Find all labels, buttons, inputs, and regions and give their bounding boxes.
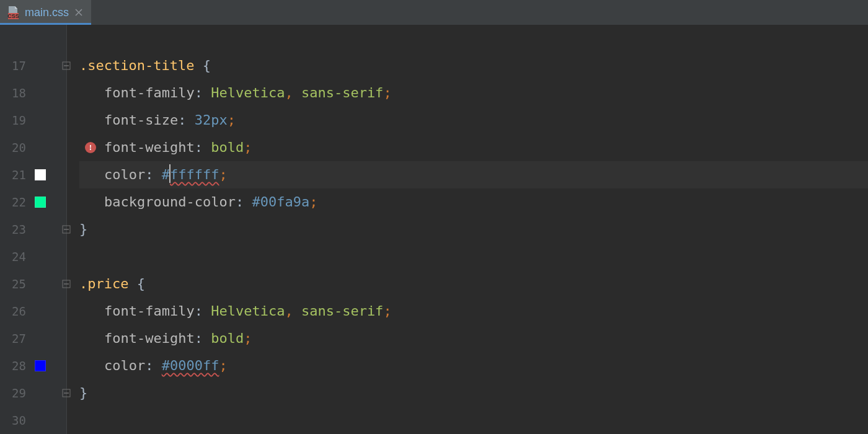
code-line[interactable]: font-weight: bold;: [79, 134, 868, 161]
code-line[interactable]: font-family: Helvetica, sans-serif;: [79, 79, 868, 107]
code-area[interactable]: .section-title { font-family: Helvetica,…: [67, 25, 868, 434]
code-line[interactable]: [79, 25, 868, 52]
code-line[interactable]: [79, 407, 868, 434]
line-number: 19: [0, 107, 31, 134]
gutter: 17 18 19 20 ! 21 22 23 24 25 26 27 28 29…: [0, 25, 67, 434]
line-number: 17: [0, 52, 31, 79]
color-swatch[interactable]: [35, 360, 46, 371]
svg-text:CSS: CSS: [7, 13, 19, 19]
line-number: 28: [0, 352, 31, 379]
code-line[interactable]: .price {: [79, 270, 868, 298]
line-number: 22: [0, 188, 31, 216]
code-line[interactable]: .section-title {: [79, 52, 868, 79]
code-line[interactable]: font-family: Helvetica, sans-serif;: [79, 298, 868, 325]
code-line[interactable]: }: [79, 216, 868, 243]
line-number: 26: [0, 298, 31, 325]
code-line[interactable]: background-color: #00fa9a;: [79, 188, 868, 216]
code-line[interactable]: font-weight: bold;: [79, 325, 868, 352]
code-line[interactable]: font-size: 32px;: [79, 107, 868, 134]
tab-filename: main.css: [25, 6, 69, 19]
line-number: 29: [0, 379, 31, 407]
line-number: 23: [0, 216, 31, 243]
color-swatch[interactable]: [35, 197, 46, 208]
code-line[interactable]: color: #0000ff;: [79, 352, 868, 379]
line-number: 20: [0, 134, 31, 161]
line-number: 27: [0, 325, 31, 352]
line-number: 25: [0, 270, 31, 298]
css-file-icon: CSS: [6, 6, 20, 19]
code-line[interactable]: [79, 243, 868, 270]
line-number: 24: [0, 243, 31, 270]
code-line[interactable]: }: [79, 379, 868, 407]
tab-bar: CSS main.css: [0, 0, 868, 25]
line-number: 21: [0, 161, 31, 188]
code-editor[interactable]: 17 18 19 20 ! 21 22 23 24 25 26 27 28 29…: [0, 25, 868, 434]
line-number: 18: [0, 79, 31, 107]
close-icon[interactable]: [74, 7, 84, 17]
text-caret: [169, 164, 170, 183]
line-number: 30: [0, 407, 31, 434]
file-tab[interactable]: CSS main.css: [0, 0, 91, 25]
color-swatch[interactable]: [35, 169, 46, 180]
code-line-current[interactable]: color: #ffffff;: [79, 161, 868, 188]
